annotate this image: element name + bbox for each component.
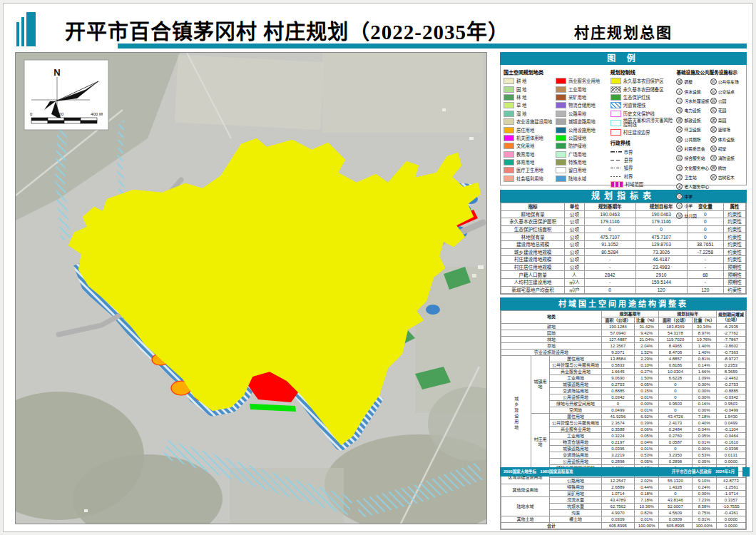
boundary-line-sample <box>611 158 622 163</box>
cell: 4.9970 <box>601 510 634 516</box>
cell: 0.05% <box>635 382 659 388</box>
legend-item-label: 菜园 <box>718 117 727 123</box>
legend-facility-item: 花花园 <box>710 106 744 115</box>
legend-item-label: 城镇道路用地 <box>568 118 596 125</box>
legend-swatch <box>556 135 566 141</box>
planning-map: N 0 200 400 M <box>15 52 487 524</box>
legend-swatch <box>611 102 621 108</box>
cell: -0.2753 <box>716 382 745 388</box>
legend-item: 商业服务业用地 <box>556 77 608 85</box>
cell: 43.4726 <box>659 414 692 420</box>
cell: 0.8186 <box>659 362 692 369</box>
cell: 约束性 <box>724 233 746 241</box>
group-label: 陆地水域 <box>501 497 550 516</box>
legend-item: 地质灾害和洪涝灾害风险控制线 <box>611 118 674 128</box>
legend-facility-item: 老老人服务中心 <box>676 182 710 191</box>
cell: 0 <box>584 286 635 294</box>
landuse-label: 采矿用地 <box>550 491 602 497</box>
legend-swatch <box>611 94 621 101</box>
legend-swatch <box>504 102 514 108</box>
cell: 0.04% <box>635 439 659 446</box>
legend-item: 镇界 <box>611 164 674 172</box>
cell: 1.09% <box>692 375 716 382</box>
legend-item: 公园绿地 <box>556 134 608 142</box>
cell: 公顷 <box>565 210 584 218</box>
cell: 7.23% <box>692 497 716 504</box>
cell: 0.05% <box>635 459 659 465</box>
cell: 0.0395 <box>601 446 634 452</box>
legend-item: 耕 地 <box>504 77 556 85</box>
legend-item-label: 商业服务业用地 <box>568 78 600 84</box>
table-row: 林地127.488721.04%119.702019.76%-7.7867 <box>501 337 746 343</box>
legend-facility-item: 停公共停车场 <box>710 77 744 86</box>
legend-item-label: 永久基本农田储备区 <box>623 86 664 93</box>
column-header: 地类 <box>501 311 602 324</box>
cell: 0.53% <box>692 452 716 459</box>
title-decor-bars <box>16 12 36 46</box>
legend-item: 教育用地 <box>504 151 556 158</box>
cell: 0.0499 <box>601 407 634 414</box>
column-header: 规划目标年 <box>659 311 717 317</box>
cell: 0 <box>659 382 692 388</box>
group-label: 村庄用地 <box>531 414 549 472</box>
cell: 7.18% <box>692 414 716 420</box>
cell: 0 <box>687 225 723 233</box>
facility-icon: 综 <box>676 155 683 161</box>
cell: 0.01% <box>635 446 659 452</box>
legend-item-label: 幼儿园 <box>684 213 696 219</box>
legend-item: 防护绿地 <box>556 142 608 150</box>
cell: 1.50% <box>635 375 659 382</box>
legend-facility-item: 卫卫生站 <box>676 173 710 182</box>
cell: 6.6228 <box>659 375 692 382</box>
landuse-label: 居住用地 <box>550 414 602 420</box>
legend-swatch <box>504 135 514 141</box>
cell: 0.2197 <box>601 439 634 446</box>
landuse-label: 城镇道路用地 <box>550 382 602 388</box>
legend-item: 留白用地 <box>556 166 608 174</box>
legend-item: 文化用地 <box>504 142 556 150</box>
cell: 0 <box>659 491 692 497</box>
legend-item-label: 环卫设施 <box>684 126 700 133</box>
legend-item-label: 县界 <box>624 157 633 163</box>
cell: 31.42% <box>635 324 659 330</box>
cell: 0.2898 <box>601 459 634 465</box>
cell: 0.18% <box>635 491 659 497</box>
landuse-label: 公用设施用地 <box>550 459 602 465</box>
cell: 0.0000 <box>716 516 745 523</box>
cell: 57.0940 <box>601 330 634 337</box>
cell: 0 <box>635 225 687 233</box>
legend-item: 历史文化保护线 <box>611 110 674 118</box>
cell: 1.40% <box>692 350 716 356</box>
facility-icon: 污 <box>676 98 683 104</box>
facility-icon: 祠 <box>710 146 717 152</box>
legend-item-label: 公共停车场 <box>718 78 739 85</box>
legend-facility-item: 站公交站点 <box>710 86 744 96</box>
cell: -0.1104 <box>716 427 745 433</box>
cell: 179.1146 <box>584 218 635 226</box>
legend-item: 永久基本农田储备区 <box>611 85 674 93</box>
legend-item-label: 村域范围 <box>625 181 643 188</box>
table-row: 园地57.09409.42%54.31788.97%-2.7762 <box>501 330 746 337</box>
legend-control-title: 规划控制线 <box>611 68 674 76</box>
facility-icon: 牌 <box>710 165 717 171</box>
right-panel: 图 例 国土空间规划地类 耕 地园 地林 地草 地湿 地农业设施建设用地居住用地… <box>500 52 747 530</box>
legend-item-label: 村庄建设边界 <box>623 129 650 136</box>
facility-icon: 厕 <box>676 136 683 143</box>
cell: 0.3357 <box>716 497 745 504</box>
facility-icon: 小 <box>676 203 683 209</box>
compass-scale-box: N 0 200 400 M <box>24 60 108 130</box>
cell: 43.8146 <box>659 497 692 504</box>
legend-item-label: 公用设施用地 <box>568 127 596 133</box>
cell: 475.7107 <box>635 233 687 241</box>
legend-item: 机关团体用地 <box>504 134 556 142</box>
cell: 2.29% <box>635 356 659 362</box>
table-row: 草地12.35672.04%8.49651.40%-3.8602 <box>501 343 746 350</box>
legend-swatch <box>504 111 514 117</box>
cell: 1.52% <box>635 350 659 356</box>
legend-facility-block: 基础设施及公共服务设施标示 碉碉楼水供水设施污污水处理设施电电力设施邮邮政设施环… <box>676 68 744 183</box>
legend-swatch <box>556 102 566 108</box>
legend-item-label: 电力设施 <box>684 107 700 113</box>
total-label: 合计 <box>501 523 602 529</box>
cell: 村庄居住用地规模 <box>501 263 565 271</box>
cell: 91.1052 <box>584 240 635 248</box>
